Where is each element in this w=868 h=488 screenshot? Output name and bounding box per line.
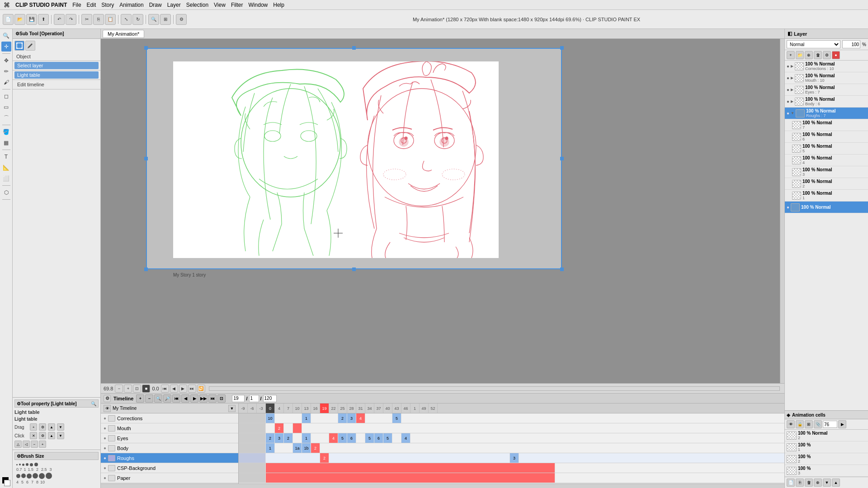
anim-layer-4[interactable]: 100 % 3	[785, 465, 868, 477]
tl-layer-roughs[interactable]: ● Roughs	[101, 453, 238, 463]
layer-delete[interactable]: 🗑	[805, 479, 813, 487]
brush-dot-5[interactable]	[21, 474, 26, 478]
brush-dot-1[interactable]	[19, 464, 21, 465]
layer-rough-4[interactable]: 100 % Normal 4	[785, 155, 868, 166]
tl-eye-body[interactable]: ●	[104, 446, 106, 450]
layer-eye-eyes[interactable]: ●	[787, 87, 789, 92]
brush-dot-7[interactable]	[33, 473, 38, 479]
tool-fill[interactable]: 🪣	[1, 127, 11, 137]
zoom-fit[interactable]: ⊡	[133, 385, 141, 393]
tl-add-btn[interactable]: +	[136, 394, 144, 403]
layer-eye-current[interactable]: ●	[787, 205, 789, 210]
tool-eraser[interactable]: ◻	[1, 91, 11, 101]
menu-window[interactable]: Window	[249, 2, 268, 8]
tool-select[interactable]: ▭	[1, 102, 11, 112]
brush-dot-2[interactable]	[26, 463, 28, 466]
timeline-tracks[interactable]: -9 -6 -3 0 4 7 10 13 16 19 22	[239, 404, 784, 483]
tl-play-btn[interactable]: ▶	[190, 394, 198, 403]
anim-more-btn[interactable]: ▶	[838, 420, 846, 428]
layer-rough-5[interactable]: 100 % Normal 5	[785, 143, 868, 155]
brush-dot-4[interactable]	[16, 474, 20, 478]
open-btn[interactable]: 📂	[14, 14, 25, 25]
layer-settings-btn[interactable]: ⚙	[823, 51, 831, 59]
layer-merge-visible[interactable]: ⊕	[814, 479, 822, 487]
tl-eye-roughs[interactable]: ●	[104, 455, 106, 460]
anim-eye-btn[interactable]: 👁	[787, 420, 795, 428]
layer-mouth[interactable]: ● ▶ 100 % Normal Mouth : 10	[785, 72, 868, 84]
timeline-hscroll[interactable]	[101, 483, 784, 488]
layer-roughs[interactable]: ● ▼ 100 % Normal Roughs : 7	[785, 108, 868, 119]
play-prev[interactable]: ◀	[170, 385, 178, 393]
select-layer-btn[interactable]: Select layer	[14, 62, 99, 69]
layer-merge-btn[interactable]: ⊕	[805, 51, 813, 59]
layer-to-below[interactable]: ▼	[823, 479, 831, 487]
layer-rough-6[interactable]: 100 % Normal 6	[785, 131, 868, 143]
tl-eye-paper[interactable]: ●	[104, 475, 106, 480]
tl-layer-csp-bg[interactable]: ● CSP-Background	[101, 463, 238, 473]
anim-lock-btn[interactable]: 🔒	[796, 420, 804, 428]
loop[interactable]: 🔁	[197, 385, 205, 393]
transform-btn[interactable]: ⤡	[121, 14, 132, 25]
tl-layer-mouth[interactable]: ● Mouth	[101, 423, 238, 433]
tl-zoomout-btn[interactable]: 🔎	[163, 394, 171, 403]
tl-eye-header[interactable]: 👁	[104, 405, 111, 412]
click-settings-btn[interactable]: ⚙	[39, 432, 46, 439]
layer-eye-body[interactable]: ●	[787, 99, 789, 104]
subtool-edit-object[interactable]	[25, 41, 35, 51]
tool-text[interactable]: T	[1, 152, 11, 162]
anim-clip-btn[interactable]: 📎	[814, 420, 822, 428]
tl-eye-csp[interactable]: ●	[104, 465, 106, 470]
move-up-btn[interactable]: △	[14, 441, 22, 448]
frame-start-input[interactable]	[232, 395, 245, 402]
tl-begin-btn[interactable]: ⏮	[172, 394, 180, 403]
brush-dot-07[interactable]	[16, 464, 18, 465]
export-btn[interactable]: ⬆	[38, 14, 49, 25]
anim-layer-1[interactable]: 100 % Normal 2	[785, 430, 868, 441]
main-tab[interactable]: My Animation*	[103, 30, 144, 38]
subtool-object[interactable]	[14, 41, 24, 51]
new-btn[interactable]: 📄	[3, 14, 14, 25]
background-color[interactable]	[4, 480, 10, 486]
view-btn[interactable]: 🔍	[148, 14, 159, 25]
handle-mr[interactable]	[560, 157, 564, 160]
frame-end-input[interactable]	[263, 395, 277, 402]
copy-btn[interactable]: ⎘	[93, 14, 104, 25]
canvas-viewport[interactable]: My Story 1 story	[101, 39, 784, 383]
menu-selection[interactable]: Selection	[186, 2, 208, 8]
layer-color-btn[interactable]: ●	[832, 51, 840, 59]
canvas-vscroll[interactable]	[780, 39, 784, 383]
menu-animation[interactable]: Animation	[119, 2, 143, 8]
tl-end-btn[interactable]: ⏭	[208, 394, 217, 403]
menu-edit[interactable]: Edit	[87, 2, 96, 8]
brush-dot-8[interactable]	[39, 473, 45, 479]
zoom-color[interactable]: ■	[142, 385, 150, 393]
menu-filter[interactable]: Filter	[231, 2, 243, 8]
tool-move[interactable]: ✥	[1, 56, 11, 66]
tl-layer-body[interactable]: ● Body	[101, 443, 238, 453]
layer-copy[interactable]: ⎘	[796, 479, 804, 487]
drag-down-btn[interactable]: ▼	[57, 423, 64, 431]
handle-br[interactable]	[560, 267, 564, 271]
tl-layer-corrections[interactable]: ● Corrections	[101, 413, 238, 423]
zoom-in-btn[interactable]: +	[39, 441, 46, 448]
anim-layer-3[interactable]: 100 % 2	[785, 453, 868, 465]
layer-delete-btn[interactable]: 🗑	[814, 51, 822, 59]
layer-eye-corrections[interactable]: ●	[787, 64, 789, 69]
canvas-inner[interactable]	[173, 61, 499, 258]
handle-bm[interactable]	[352, 267, 356, 271]
menu-file[interactable]: File	[72, 2, 81, 8]
drag-up-btn[interactable]: ▲	[48, 423, 55, 431]
tl-loop-btn[interactable]: ⊡	[217, 394, 226, 403]
apple-icon[interactable]: ⌘	[4, 1, 10, 9]
expand-mouth[interactable]: ▶	[791, 76, 793, 80]
handle-ml[interactable]	[144, 157, 148, 160]
tool-operation[interactable]: ✛	[1, 42, 11, 52]
zoom-in-status[interactable]: +	[124, 385, 132, 393]
layer-folder-btn[interactable]: 📁	[796, 51, 804, 59]
play-begin[interactable]: ⏮	[161, 385, 169, 393]
zoom-out-btn[interactable]: −	[31, 441, 38, 448]
edit-timeline-btn[interactable]: Edit timeline	[14, 81, 99, 88]
drag-add-btn[interactable]: +	[30, 423, 37, 431]
tool-3d[interactable]: ⬡	[1, 188, 11, 197]
tl-prev-btn[interactable]: ◀	[181, 394, 189, 403]
